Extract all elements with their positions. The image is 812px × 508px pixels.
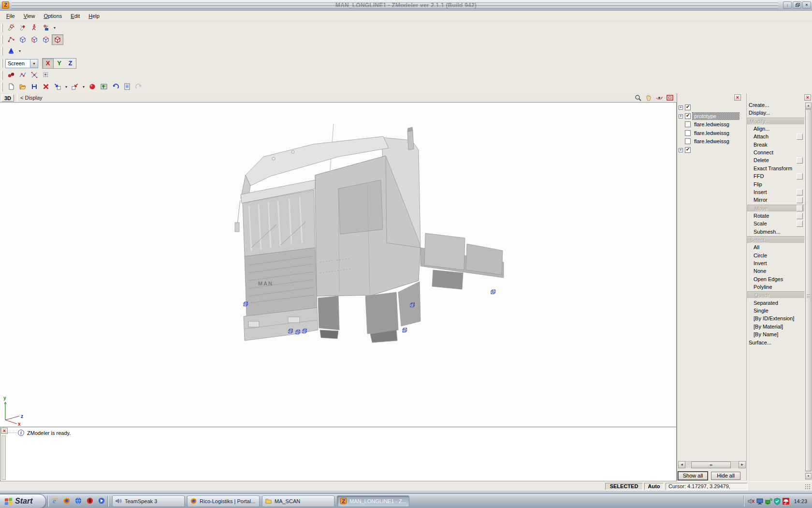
expand-icon[interactable]: + (679, 114, 683, 119)
command-mirror-option-button[interactable] (797, 197, 803, 203)
log-close-button[interactable]: × (1, 428, 8, 434)
helper-cube-1[interactable] (288, 329, 293, 334)
command-align[interactable]: Align... (754, 125, 800, 133)
show-all-button[interactable]: Show all (678, 472, 708, 480)
axis-y-button[interactable]: Y (54, 59, 65, 68)
menu-file[interactable]: File (2, 11, 19, 20)
undo-button[interactable] (110, 82, 121, 92)
menu-edit[interactable]: Edit (66, 11, 84, 20)
viewport-view-label[interactable]: < Display (20, 95, 43, 101)
minimize-button[interactable]: ↓ (783, 1, 792, 9)
media-player-launcher[interactable] (97, 496, 106, 506)
scroll-right-icon[interactable]: ▶ (739, 461, 746, 468)
scrollbar-grip[interactable] (807, 295, 810, 299)
axis-x-button[interactable]: X (43, 59, 54, 68)
command-open-edges[interactable]: Open Edges (754, 276, 800, 283)
command-move-option-button[interactable] (797, 205, 803, 211)
tray-clock[interactable]: 14:23 (794, 498, 807, 504)
command-by-material[interactable]: [By Material] (754, 323, 800, 330)
log-scrollbar[interactable] (1, 435, 6, 480)
expand-icon[interactable]: + (679, 105, 683, 110)
cone-primitive-button[interactable] (5, 46, 17, 57)
command-flip[interactable]: Flip (754, 181, 800, 188)
delete-file-button[interactable] (40, 82, 52, 92)
save-file-button[interactable] (29, 82, 40, 92)
tree-hscrollbar[interactable]: ◀ ◂▸ ▶ (678, 461, 746, 468)
command-scrollbar[interactable]: ▲ ▼ (805, 103, 812, 479)
menu-view[interactable]: View (19, 11, 40, 20)
volume-muted-icon[interactable] (747, 497, 755, 505)
internet-explorer-launcher[interactable]: e (50, 496, 60, 506)
resize-grip[interactable] (805, 484, 811, 490)
tree-item-flare.ledweissg-2[interactable]: flare.ledweissg (677, 120, 731, 128)
tree-item-label[interactable] (693, 149, 696, 150)
visibility-checkbox[interactable] (685, 138, 691, 144)
axis-z-button[interactable]: Z (65, 59, 76, 68)
command-invert[interactable]: Invert (754, 260, 800, 267)
branches-level-button[interactable] (40, 34, 52, 45)
chevron-down-icon[interactable]: ▼ (30, 60, 38, 68)
import-button[interactable] (52, 82, 63, 92)
command-quadr[interactable]: Quadr (747, 291, 805, 299)
command-all[interactable]: All (754, 244, 800, 251)
command-rotate[interactable]: Rotate (754, 212, 800, 220)
toolbar-grip[interactable] (1, 35, 3, 44)
command-connect[interactable]: Connect (754, 149, 800, 156)
uv-mapper-button[interactable] (40, 23, 52, 33)
command-ffd[interactable]: FFD (754, 173, 800, 180)
toolbar-grip[interactable] (1, 24, 3, 32)
grid-snap-button[interactable] (40, 70, 52, 81)
viewport-3d[interactable]: MAN y z x (0, 103, 677, 427)
mirror-glasses-button[interactable] (5, 70, 17, 81)
visibility-checkbox[interactable] (685, 105, 691, 110)
edges-level-button[interactable] (17, 34, 29, 45)
command-separated[interactable]: Separated (754, 299, 800, 307)
cone-primitive-dropdown-button[interactable]: ▾ (17, 46, 23, 57)
scroll-up-icon[interactable]: ▲ (805, 103, 812, 109)
command-ffd-option-button[interactable] (797, 173, 803, 179)
material-editor-button[interactable] (98, 82, 110, 92)
visibility-checkbox[interactable] (685, 130, 691, 136)
opera-launcher[interactable] (85, 496, 95, 506)
render-button[interactable] (87, 82, 98, 92)
command-insert-option-button[interactable] (797, 189, 803, 195)
tree-item-flare.ledweissg-3[interactable]: flare.ledweissg (677, 129, 731, 137)
security-shield-icon[interactable] (773, 497, 781, 505)
command-delete[interactable]: Delete (754, 157, 800, 164)
command-by-name[interactable]: [By Name] (754, 331, 800, 338)
import-dropdown-button[interactable]: ▾ (63, 82, 69, 92)
zoom-button[interactable] (633, 94, 643, 102)
start-button[interactable]: Start (0, 494, 46, 508)
viewport-max-button[interactable] (665, 94, 675, 102)
new-file-button[interactable] (5, 82, 17, 92)
polygons-level-button[interactable] (29, 34, 40, 45)
command-create[interactable]: Create... (749, 102, 795, 109)
tree-item-flare.ledweissg-4[interactable]: flare.ledweissg (677, 137, 731, 145)
remote-display-icon[interactable] (756, 497, 764, 505)
scrollbar-thumb[interactable]: ◂▸ (691, 462, 731, 468)
vertex-weld-button[interactable] (17, 70, 29, 81)
helper-cube-0[interactable] (243, 301, 248, 307)
command-modify[interactable]: Modify... (747, 118, 805, 125)
helper-cube-2[interactable] (295, 329, 301, 335)
visibility-checkbox[interactable] (685, 147, 691, 153)
command-attach-option-button[interactable] (797, 134, 803, 140)
vertices-level-button[interactable] (5, 34, 17, 45)
tree-close-button[interactable]: × (734, 94, 741, 101)
firefox-launcher[interactable] (62, 496, 72, 506)
command-scale[interactable]: Scale (754, 220, 800, 227)
task-teamspeak-3[interactable]: TeamSpeak 3 (112, 495, 185, 507)
visibility-checkbox[interactable] (685, 113, 691, 119)
helper-cube-6[interactable] (491, 289, 496, 295)
tree-item-label[interactable]: flare.ledweissg (693, 130, 731, 136)
tree-item-group-5[interactable]: + (677, 146, 696, 154)
command-attach[interactable]: Attach (754, 133, 800, 140)
expand-icon[interactable]: + (679, 148, 683, 152)
space-combobox[interactable]: Screen ▼ (5, 59, 38, 68)
log-button[interactable] (121, 82, 133, 92)
task-ma-scan[interactable]: MA_SCAN (262, 495, 334, 507)
command-rotate-option-button[interactable] (797, 213, 803, 219)
export-dropdown-button[interactable]: ▾ (81, 82, 87, 92)
command-delete-option-button[interactable] (797, 157, 803, 164)
toolbar-grip[interactable] (1, 83, 3, 91)
